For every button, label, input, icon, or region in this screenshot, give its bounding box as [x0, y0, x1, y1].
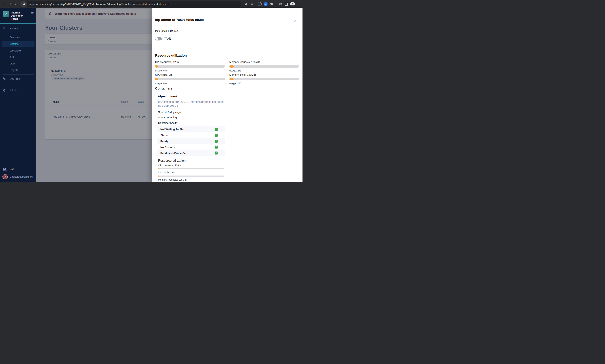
help-chat-icon [3, 168, 6, 170]
health-row: Started ✓ [157, 132, 225, 138]
reload-button[interactable] [13, 1, 19, 7]
resource-utilization-grid: CPU requests: 128m usage: 0% Memory requ… [155, 60, 299, 86]
health-label: Ready [160, 140, 168, 143]
progress-bar [155, 65, 225, 68]
yaml-toggle-label: YAML [164, 37, 171, 40]
toolbar-actions: zm ⋮ [243, 1, 302, 7]
health-label: Readiness Probe Set [160, 152, 186, 155]
pod-details-drawer: idp-admin-ui-7889789fc6-9f6cb ✕ Pod (10.… [152, 8, 302, 182]
container-card: idp-admin-ui us.gcr.io/platform-205701/h… [155, 91, 227, 182]
health-row: Not Waiting To Start ✓ [157, 126, 225, 132]
media-controls-button[interactable] [278, 1, 284, 7]
zoom-out-page-button[interactable] [243, 1, 249, 7]
check-icon: ✓ [215, 128, 218, 131]
container-ru-heading: Resource utilization [158, 159, 224, 163]
brand-title: Internal Developer Portal [11, 11, 30, 21]
brand: Internal Developer Portal [0, 8, 36, 21]
nav-divider [3, 165, 34, 165]
playlist-music-icon [279, 2, 282, 6]
container-started: Started: 3 days ago [158, 111, 224, 114]
health-row: No Restarts ✓ [157, 144, 225, 150]
site-settings-icon[interactable] [20, 1, 27, 7]
side-panel-button[interactable] [284, 1, 289, 7]
zoom-extension-button[interactable]: zm [263, 1, 269, 7]
sidebar-item-label: Overview [10, 36, 20, 39]
mini-ru-label: CPU requests: 128m [158, 164, 224, 167]
ru-cpu-limits: CPU limits: 0m usage: 0% [155, 73, 225, 86]
mini-progress-fill [158, 176, 159, 177]
sidebar-item-label: Help [10, 168, 15, 171]
extension-spinner-button[interactable] [257, 1, 263, 7]
progress-bar [229, 78, 299, 80]
back-icon [3, 2, 6, 6]
search-icon [3, 27, 6, 30]
side-panel-icon [285, 3, 288, 6]
forward-button[interactable] [7, 1, 13, 7]
health-label: Not Waiting To Start [160, 128, 185, 131]
container-image-link[interactable]: us.gcr.io/platform-205701/harness/harnes… [158, 100, 224, 108]
profile-avatar [290, 2, 295, 6]
container-health-list: Not Waiting To Start ✓ Started ✓ Ready ✓… [157, 126, 225, 156]
star-icon [250, 2, 254, 6]
mini-ru-label: Memory requests: 128MiB [158, 178, 224, 181]
browser-toolbar: app.harness.io/ng/account/vpCkHKsDSxK9_K… [0, 0, 302, 8]
sidebar-item-workflows[interactable]: Workflows [0, 48, 36, 54]
sidebar-item-docs[interactable]: Docs [0, 60, 36, 67]
ru-usage: usage: 2% [229, 82, 299, 85]
extensions-button[interactable] [269, 1, 275, 7]
sidebar-item-label: Catalog [10, 43, 19, 45]
health-row: Ready ✓ [157, 138, 225, 144]
address-bar[interactable]: app.harness.io/ng/account/vpCkHKsDSxK9_K… [20, 1, 241, 7]
zoom-app-icon: zm [264, 2, 268, 6]
search-minus-icon [245, 3, 248, 6]
browser-menu-button[interactable]: ⋮ [295, 2, 302, 6]
health-label: No Restarts [160, 145, 175, 149]
progress-knob [229, 78, 234, 80]
browser-window: app.harness.io/ng/account/vpCkHKsDSxK9_K… [0, 0, 302, 182]
container-health-title: Container health [158, 121, 224, 124]
sidebar-item-api[interactable]: API [0, 54, 36, 60]
ru-usage: usage: 0% [155, 69, 225, 72]
ru-memory-limits: Memory limits: 128MiB usage: 2% [229, 73, 299, 86]
container-name: idp-admin-ui [158, 95, 224, 98]
sidebar-item-overview[interactable]: Overview [0, 34, 36, 41]
progress-knob [155, 65, 158, 68]
user-avatar: DP [2, 174, 8, 179]
health-label: Started [160, 134, 170, 137]
ru-usage: usage: 2% [229, 69, 299, 72]
profile-button[interactable] [289, 1, 295, 7]
sidebar-item-catalog[interactable]: Catalog [2, 41, 35, 47]
close-icon[interactable]: ✕ [293, 19, 297, 23]
drawer-title: idp-admin-ui-7889789fc6-9f6cb [155, 17, 299, 22]
bookmark-button[interactable] [249, 1, 255, 7]
sidebar-item-label: Search [10, 27, 18, 30]
user-menu[interactable]: DP Debabrata Panigrahi [0, 172, 36, 181]
sidebar-item-label: Register [10, 69, 19, 71]
sidebar-item-label: Docs [10, 62, 16, 65]
check-icon: ✓ [215, 152, 218, 155]
check-icon: ✓ [215, 140, 218, 143]
sidebar-item-devtools[interactable]: DevTools [0, 76, 36, 82]
pod-subtitle: Pod (10.64.10.217) [155, 29, 299, 32]
sidebar-item-label: Workflows [10, 49, 22, 52]
sidebar-item-label: Admin [10, 89, 17, 92]
user-name: Debabrata Panigrahi [10, 175, 33, 178]
sidebar-item-register[interactable]: Register [0, 67, 36, 73]
sidebar-item-admin[interactable]: Admin [0, 87, 36, 94]
nav-divider [3, 85, 34, 85]
spinner-icon [258, 2, 262, 6]
resource-utilization-heading: Resource utilization [155, 53, 299, 58]
progress-bar [155, 78, 225, 80]
toolbar-separator [276, 2, 276, 6]
gear-icon [3, 89, 6, 92]
sidebar-item-search[interactable]: Search [0, 26, 36, 32]
yaml-toggle[interactable] [155, 37, 162, 40]
sidebar-item-label: DevTools [10, 78, 20, 80]
ru-memory-requests: Memory requests: 128MiB usage: 2% [229, 60, 299, 73]
mini-progress-fill [158, 168, 159, 169]
app-switcher-icon[interactable] [31, 12, 34, 15]
sidebar-item-help[interactable]: Help [0, 166, 36, 172]
back-button[interactable] [1, 1, 7, 7]
nav-divider [10, 33, 34, 33]
check-icon: ✓ [215, 145, 218, 149]
